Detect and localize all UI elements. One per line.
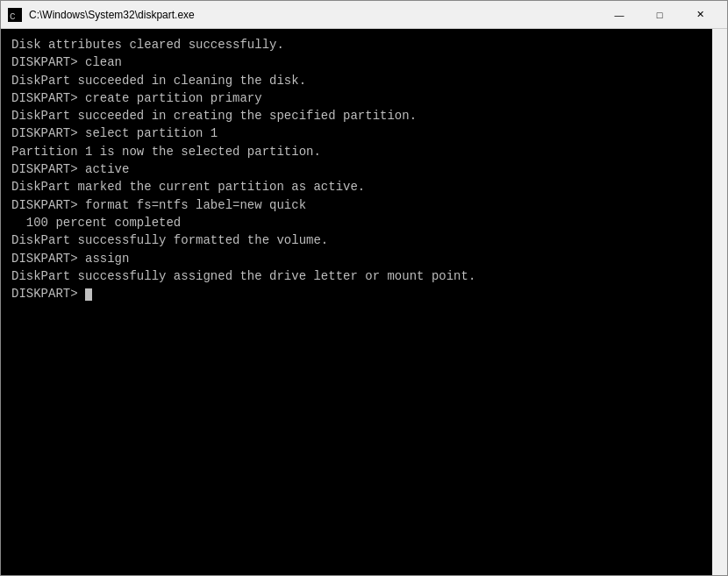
terminal-output[interactable]: Disk attributes cleared successfully.DIS… bbox=[1, 29, 712, 575]
terminal-line: DISKPART> create partition primary bbox=[11, 89, 702, 107]
maximize-button[interactable]: □ bbox=[639, 1, 680, 29]
terminal-line: DISKPART> select partition 1 bbox=[11, 124, 702, 142]
close-button[interactable]: ✕ bbox=[680, 1, 720, 29]
terminal-line: DISKPART> clean bbox=[11, 53, 702, 71]
svg-text:C: C bbox=[10, 11, 16, 22]
scrollbar[interactable] bbox=[712, 29, 727, 575]
minimize-button[interactable]: — bbox=[599, 1, 639, 29]
terminal-line: DISKPART> bbox=[11, 285, 702, 302]
terminal-line: Partition 1 is now the selected partitio… bbox=[11, 143, 702, 160]
titlebar: C C:\Windows\System32\diskpart.exe — □ ✕ bbox=[1, 1, 727, 29]
terminal-line: 100 percent completed bbox=[11, 214, 702, 231]
cursor bbox=[85, 288, 92, 301]
terminal-line: DiskPart succeeded in cleaning the disk. bbox=[11, 72, 702, 89]
window-title: C:\Windows\System32\diskpart.exe bbox=[29, 9, 599, 21]
terminal-line: DiskPart marked the current partition as… bbox=[11, 178, 702, 196]
terminal-line: DISKPART> active bbox=[11, 160, 702, 178]
terminal-line: Disk attributes cleared successfully. bbox=[11, 36, 702, 53]
window-controls: — □ ✕ bbox=[599, 1, 720, 29]
app-icon: C bbox=[8, 8, 22, 22]
terminal-line: DISKPART> assign bbox=[11, 250, 702, 267]
terminal-line: DiskPart succeeded in creating the speci… bbox=[11, 107, 702, 124]
terminal-line: DiskPart successfully assigned the drive… bbox=[11, 267, 702, 285]
terminal-line: DISKPART> format fs=ntfs label=new quick bbox=[11, 196, 702, 214]
terminal-line: DiskPart successfully formatted the volu… bbox=[11, 231, 702, 249]
window: C C:\Windows\System32\diskpart.exe — □ ✕… bbox=[0, 0, 728, 576]
